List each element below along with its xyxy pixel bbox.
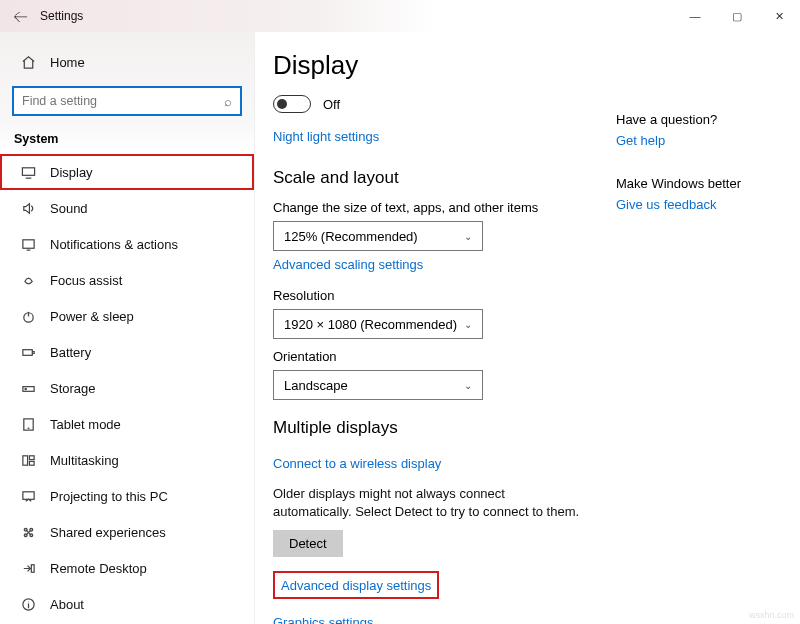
window-title: Settings — [40, 9, 83, 23]
watermark: wsxhn.com — [749, 610, 794, 620]
sidebar-item-about[interactable]: About — [0, 586, 254, 622]
main-panel: Display Off Night light settings Scale a… — [255, 32, 800, 624]
home-label: Home — [50, 55, 85, 70]
chevron-down-icon: ⌄ — [464, 319, 472, 330]
sidebar-item-projecting[interactable]: Projecting to this PC — [0, 478, 254, 514]
help-aside: Have a question? Get help Make Windows b… — [616, 112, 776, 240]
sidebar-item-shared[interactable]: Shared experiences — [0, 514, 254, 550]
svg-rect-9 — [29, 455, 34, 459]
sidebar-item-label: Sound — [50, 201, 88, 216]
search-field[interactable] — [22, 94, 224, 108]
sidebar-item-label: About — [50, 597, 84, 612]
sidebar-item-tablet[interactable]: Tablet mode — [0, 406, 254, 442]
sidebar-item-battery[interactable]: Battery — [0, 334, 254, 370]
section-multiple: Multiple displays — [273, 418, 776, 438]
advanced-display-highlight: Advanced display settings — [273, 571, 439, 599]
home-icon — [18, 55, 38, 70]
search-input[interactable]: ⌕ — [12, 86, 242, 116]
connect-wireless-link[interactable]: Connect to a wireless display — [273, 456, 441, 471]
tablet-icon — [18, 417, 38, 432]
orientation-label: Orientation — [273, 349, 776, 364]
svg-point-6 — [25, 388, 26, 389]
shared-icon — [18, 525, 38, 540]
sidebar-item-power[interactable]: Power & sleep — [0, 298, 254, 334]
orientation-value: Landscape — [284, 378, 348, 393]
display-icon — [18, 165, 38, 180]
storage-icon — [18, 381, 38, 396]
sidebar-item-notifications[interactable]: Notifications & actions — [0, 226, 254, 262]
get-help-link[interactable]: Get help — [616, 133, 665, 148]
search-icon: ⌕ — [224, 94, 232, 109]
night-light-toggle[interactable] — [273, 95, 311, 113]
svg-rect-1 — [22, 239, 33, 247]
sidebar-item-label: Multitasking — [50, 453, 119, 468]
chevron-down-icon: ⌄ — [464, 380, 472, 391]
graphics-settings-link[interactable]: Graphics settings — [273, 615, 373, 624]
battery-icon — [18, 345, 38, 360]
night-light-link[interactable]: Night light settings — [273, 129, 379, 144]
sidebar-item-label: Battery — [50, 345, 91, 360]
advanced-scaling-link[interactable]: Advanced scaling settings — [273, 257, 423, 272]
feedback-link[interactable]: Give us feedback — [616, 197, 716, 212]
page-title: Display — [273, 50, 776, 81]
detect-button[interactable]: Detect — [273, 530, 343, 557]
sidebar-item-multitasking[interactable]: Multitasking — [0, 442, 254, 478]
sidebar-item-label: Projecting to this PC — [50, 489, 168, 504]
svg-rect-10 — [29, 461, 34, 465]
about-icon — [18, 597, 38, 612]
minimize-button[interactable]: — — [674, 1, 716, 31]
notifications-icon — [18, 237, 38, 252]
back-button[interactable]: 🡠 — [0, 8, 40, 25]
scale-value: 125% (Recommended) — [284, 229, 418, 244]
sidebar-item-label: Remote Desktop — [50, 561, 147, 576]
sound-icon — [18, 201, 38, 216]
feedback-title: Make Windows better — [616, 176, 776, 191]
sidebar-item-label: Display — [50, 165, 93, 180]
advanced-display-link[interactable]: Advanced display settings — [281, 578, 431, 593]
question-title: Have a question? — [616, 112, 776, 127]
sidebar-item-sound[interactable]: Sound — [0, 190, 254, 226]
orientation-select[interactable]: Landscape ⌄ — [273, 370, 483, 400]
resolution-value: 1920 × 1080 (Recommended) — [284, 317, 457, 332]
scale-select[interactable]: 125% (Recommended) ⌄ — [273, 221, 483, 251]
projecting-icon — [18, 489, 38, 504]
multitasking-icon — [18, 453, 38, 468]
sidebar-item-display[interactable]: Display — [0, 154, 254, 190]
svg-rect-3 — [22, 349, 31, 355]
power-icon — [18, 309, 38, 324]
resolution-label: Resolution — [273, 288, 776, 303]
resolution-select[interactable]: 1920 × 1080 (Recommended) ⌄ — [273, 309, 483, 339]
sidebar-item-label: Focus assist — [50, 273, 122, 288]
sidebar: Home ⌕ System Display Sound Notification… — [0, 32, 255, 624]
sidebar-item-remote[interactable]: Remote Desktop — [0, 550, 254, 586]
sidebar-item-label: Storage — [50, 381, 96, 396]
svg-rect-16 — [31, 564, 34, 572]
titlebar: 🡠 Settings — ▢ ✕ — [0, 0, 800, 32]
svg-rect-4 — [32, 351, 33, 353]
remote-icon — [18, 561, 38, 576]
focus-icon — [18, 273, 38, 288]
sidebar-item-label: Notifications & actions — [50, 237, 178, 252]
svg-rect-11 — [22, 491, 33, 499]
category-title: System — [0, 126, 254, 154]
sidebar-item-label: Power & sleep — [50, 309, 134, 324]
chevron-down-icon: ⌄ — [464, 231, 472, 242]
sidebar-item-focus-assist[interactable]: Focus assist — [0, 262, 254, 298]
close-button[interactable]: ✕ — [758, 1, 800, 31]
sidebar-item-storage[interactable]: Storage — [0, 370, 254, 406]
sidebar-home[interactable]: Home — [0, 44, 254, 80]
sidebar-item-label: Shared experiences — [50, 525, 166, 540]
maximize-button[interactable]: ▢ — [716, 1, 758, 31]
svg-rect-8 — [22, 455, 27, 464]
sidebar-item-label: Tablet mode — [50, 417, 121, 432]
detect-note: Older displays might not always connect … — [273, 485, 583, 520]
toggle-state: Off — [323, 97, 340, 112]
svg-rect-0 — [22, 167, 34, 175]
